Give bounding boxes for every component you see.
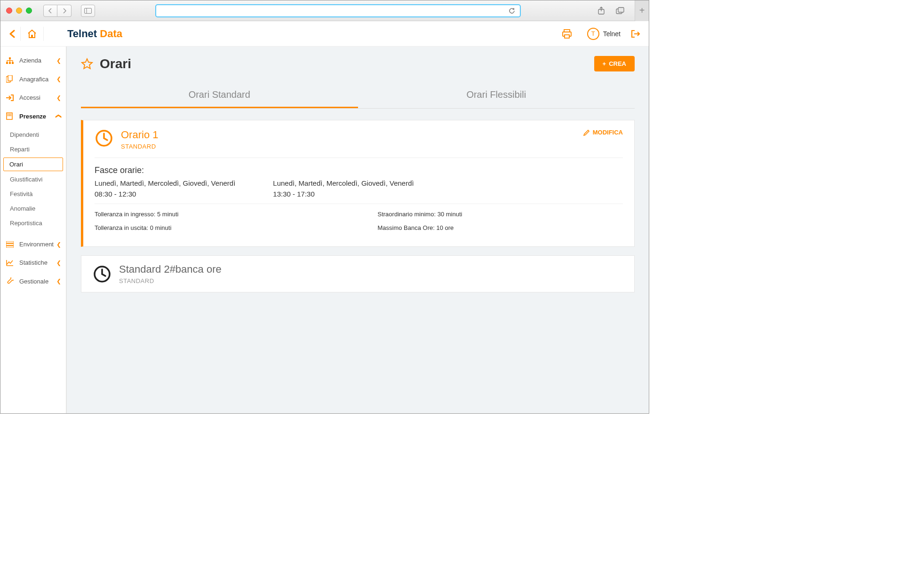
svg-rect-16 [8,114,8,115]
main-content: Orari + CREA Orari Standard Orari Flessi… [66,47,649,413]
share-icon[interactable] [595,5,607,17]
svg-rect-12 [12,62,14,64]
clock-icon [95,129,113,148]
sidebar-sub-giustificativi[interactable]: Giustificativi [0,172,66,187]
tab-orari-flessibili[interactable]: Orari Flessibili [358,83,635,108]
chevron-down-icon: ❮ [56,114,62,118]
svg-rect-11 [9,62,11,64]
svg-rect-21 [10,115,11,116]
chevron-icon: ❮ [56,95,61,101]
reload-icon[interactable] [509,8,515,14]
pencil-icon [583,129,590,136]
fasce-heading: Fasce orarie: [95,165,623,175]
svg-rect-0 [85,8,92,13]
browser-sidebar-toggle-icon[interactable] [81,5,95,17]
svg-rect-17 [9,114,10,115]
sidebar-item-environment[interactable]: Environment ❮ [0,235,66,253]
building-icon [6,112,15,120]
plus-icon: + [603,60,606,67]
meta-left: Tolleranza in ingresso: 5 minuti Tollera… [95,211,340,238]
chevron-icon: ❮ [56,241,61,248]
schedule-card-2[interactable]: Standard 2#banca ore STANDARD [81,255,635,292]
sidebar-submenu-presenze: Dipendenti Reparti Orari Giustificativi … [0,126,66,235]
star-icon[interactable] [81,58,93,70]
svg-rect-23 [6,244,14,245]
svg-rect-20 [9,115,10,116]
app-header: Telnet Data T Telnet [0,21,649,47]
svg-rect-5 [618,8,624,12]
page-title: Orari [100,56,131,71]
window-zoom[interactable] [26,8,32,14]
modify-button[interactable]: MODIFICA [583,129,623,136]
create-button[interactable]: + CREA [594,56,635,71]
user-name: Telnet [603,30,621,38]
tab-orari-standard[interactable]: Orari Standard [81,83,358,108]
chevron-icon: ❮ [56,76,61,82]
svg-rect-18 [10,114,11,115]
sidebar-label: Accessi [19,94,40,101]
schedule-subtitle: STANDARD [121,143,576,150]
chevron-icon: ❮ [56,57,61,64]
meta-right: Straordinario minimo: 30 minuti Massimo … [378,211,623,238]
svg-rect-8 [565,35,569,38]
browser-forward[interactable] [57,5,72,17]
app-back-button[interactable] [9,27,21,41]
svg-rect-14 [8,75,12,81]
browser-url-bar[interactable] [155,4,521,17]
sidebar-item-presenze[interactable]: Presenze ❮ [0,107,66,126]
schedule-card-1[interactable]: Orario 1 STANDARD MODIFICA Fasce orarie:… [81,120,635,247]
home-icon[interactable] [21,27,44,41]
svg-rect-24 [6,246,14,248]
tabs-icon[interactable] [614,5,626,17]
sidebar-item-azienda[interactable]: Azienda ❮ [0,51,66,70]
sidebar-sub-orari[interactable]: Orari [3,158,63,171]
sidebar-label: Environment [19,241,54,248]
divider [95,158,623,158]
login-icon [6,95,15,101]
app-logo: Telnet Data [44,28,122,40]
wrench-icon [6,277,15,285]
sidebar-label: Presenze [19,113,46,120]
user-avatar: T [587,28,599,40]
window-close[interactable] [6,8,12,14]
sidebar-sub-festivita[interactable]: Festività [0,187,66,201]
sidebar-label: Statistiche [19,259,48,266]
server-icon [6,241,15,248]
svg-rect-19 [8,115,8,116]
svg-rect-9 [9,57,11,59]
new-tab-button[interactable]: + [635,0,649,21]
time-slot-2: Lunedì, Martedì, Mercoledì, Giovedì, Ven… [273,179,414,198]
time-slot-1: Lunedì, Martedì, Mercoledì, Giovedì, Ven… [95,179,235,198]
chart-icon [6,260,15,266]
sidebar-label: Anagrafica [19,76,48,83]
sidebar-sub-dipendenti[interactable]: Dipendenti [0,127,66,142]
browser-titlebar: + [0,0,649,21]
browser-back[interactable] [43,5,57,17]
user-menu[interactable]: T Telnet [581,28,626,40]
schedule-title: Orario 1 [121,129,576,141]
chevron-icon: ❮ [56,278,61,284]
sidebar-item-anagrafica[interactable]: Anagrafica ❮ [0,70,66,88]
sitemap-icon [6,57,15,64]
sidebar-sub-reparti[interactable]: Reparti [0,142,66,157]
sidebar-sub-reportistica[interactable]: Reportistica [0,216,66,230]
copy-icon [6,75,15,83]
print-icon[interactable] [552,29,581,39]
sidebar-label: Azienda [19,57,41,64]
svg-rect-22 [6,241,14,243]
sidebar-item-gestionale[interactable]: Gestionale ❮ [0,272,66,291]
chevron-icon: ❮ [56,260,61,266]
schedule-subtitle: STANDARD [119,277,623,284]
svg-rect-10 [6,62,8,64]
sidebar-label: Gestionale [19,278,48,285]
sidebar-sub-anomalie[interactable]: Anomalie [0,201,66,216]
clock-icon [93,265,112,284]
schedule-title: Standard 2#banca ore [119,263,623,276]
sidebar-item-statistiche[interactable]: Statistiche ❮ [0,253,66,272]
tabs: Orari Standard Orari Flessibili [81,83,635,109]
logout-icon[interactable] [626,30,640,38]
window-minimize[interactable] [16,8,22,14]
sidebar-item-accessi[interactable]: Accessi ❮ [0,88,66,107]
sidebar: Azienda ❮ Anagrafica ❮ Accessi ❮ [0,47,66,413]
